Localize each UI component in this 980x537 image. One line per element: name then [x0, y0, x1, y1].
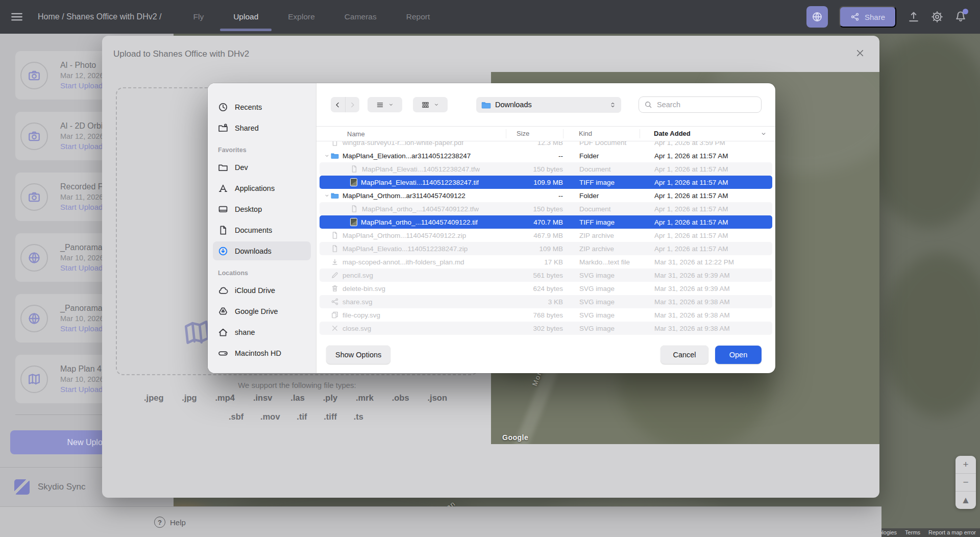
file-date-added: Apr 1, 2026 at 11:57 AM [644, 232, 760, 239]
file-row[interactable]: delete-bin.svg624 bytesSVG imageMar 31, … [320, 282, 772, 295]
notifications-button[interactable] [954, 10, 967, 24]
start-upload-link[interactable]: Start Upload [60, 324, 107, 333]
file-types-row-1: .jpeg.jpg.mp4.insv.las.ply.mrk.obs.json [144, 393, 447, 403]
tab-report[interactable]: Report [406, 12, 430, 21]
brand-label: Skydio Sync [38, 482, 86, 492]
file-size: 470.7 MB [510, 218, 567, 226]
disclosure-cell[interactable] [323, 193, 331, 199]
open-button[interactable]: Open [715, 346, 762, 364]
start-upload-link[interactable]: Start Upload [60, 385, 106, 394]
finder-main: Downloads Name Size Kind Date Added wing… [316, 83, 775, 373]
tab-upload[interactable]: Upload [233, 12, 258, 21]
nav-actions: Share [806, 6, 980, 28]
start-upload-link[interactable]: Start Upload [60, 142, 106, 151]
close-icon[interactable] [855, 48, 865, 58]
file-row[interactable]: MapPlan4_Elevati...140512238247.tfw150 b… [320, 162, 772, 176]
help-label: Help [170, 518, 186, 527]
report-map-error-link[interactable]: Report a map error [928, 528, 976, 537]
shared-folder-icon [218, 123, 228, 133]
file-date-added: Mar 31, 2026 at 12:22 PM [644, 258, 760, 266]
file-date-added: Apr 1, 2026 at 11:57 AM [644, 179, 760, 186]
compass-button[interactable]: ▲ [955, 491, 976, 509]
sidebar-item-icloud-drive[interactable]: iCloud Drive [213, 281, 311, 300]
sidebar-item-documents[interactable]: Documents [213, 221, 311, 239]
upload-tray-icon[interactable] [908, 11, 920, 23]
file-row[interactable]: wingtra-survey01-r...ion-white-paper.pdf… [320, 141, 772, 149]
forward-button[interactable] [345, 97, 360, 112]
file-row[interactable]: MapPlan4_ortho_...140457409122.tfw150 by… [320, 202, 772, 215]
sidebar-item-label: iCloud Drive [235, 286, 275, 295]
hamburger-menu-icon[interactable] [10, 10, 23, 23]
file-row[interactable]: MapPlan4_Orthom...1140457409122.zip467.9… [320, 229, 772, 242]
sidebar-item-recents[interactable]: Recents [213, 97, 311, 116]
search-input[interactable] [656, 100, 756, 109]
zoom-out-button[interactable]: − [955, 473, 976, 491]
disclosure-cell[interactable] [323, 153, 331, 159]
file-row[interactable]: MapPlan4_Elevatio...1140512238247.zip109… [320, 242, 772, 255]
file-size: 12.3 MB [510, 141, 567, 147]
show-options-button[interactable]: Show Options [326, 346, 390, 364]
file-name: MapPlan4_Orthom...ar31140457409122 [342, 192, 465, 200]
tab-explore[interactable]: Explore [288, 12, 315, 21]
camera-icon [28, 130, 41, 143]
gear-icon[interactable] [931, 11, 943, 23]
cancel-button[interactable]: Cancel [660, 346, 708, 364]
file-date-added: Mar 31, 2026 at 9:38 AM [644, 311, 760, 319]
back-button[interactable] [331, 97, 345, 112]
history-buttons [331, 97, 359, 112]
file-row[interactable]: close.svg302 bytesSVG imageMar 31, 2026 … [320, 322, 772, 335]
start-upload-link[interactable]: Start Upload [60, 203, 105, 211]
close-x-icon [331, 324, 339, 332]
sidebar-item-desktop[interactable]: Desktop [213, 200, 311, 218]
tab-cameras[interactable]: Cameras [345, 12, 377, 21]
column-date-added[interactable]: Date Added [640, 129, 756, 138]
sidebar-item-shane[interactable]: shane [213, 323, 311, 341]
column-kind[interactable]: Kind [563, 129, 640, 138]
file-row[interactable]: MapPlan4_Orthom...ar31140457409122--Fold… [320, 189, 772, 202]
sidebar-item-dev[interactable]: Dev [213, 158, 311, 177]
file-type-label: .las [290, 393, 305, 403]
file-name: wingtra-survey01-r...ion-white-paper.pdf [342, 141, 463, 147]
sidebar-item-applications[interactable]: Applications [213, 179, 311, 198]
column-name[interactable]: Name [333, 130, 506, 138]
file-row[interactable]: pencil.svg561 bytesSVG imageMar 31, 2026… [320, 268, 772, 282]
group-view-button[interactable] [413, 97, 448, 112]
location-select[interactable]: Downloads [476, 97, 621, 113]
start-upload-link[interactable]: Start Upload [60, 263, 107, 272]
file-kind: SVG image [567, 285, 644, 292]
file-row[interactable]: MapPlan4_ortho_...1140457409122.tif470.7… [320, 215, 772, 229]
file-types-row-2: .sbf.mov.tif.tiff.ts [229, 412, 363, 422]
file-kind: Folder [567, 192, 644, 200]
folder-blue-icon [331, 191, 339, 200]
globe-button[interactable] [806, 6, 828, 28]
chevron-down-icon[interactable] [756, 131, 771, 137]
share-button[interactable]: Share [839, 6, 896, 28]
flight-card-icon-circle [20, 183, 48, 211]
help-button[interactable]: ? Help [154, 517, 186, 528]
terms-link[interactable]: Terms [905, 528, 920, 537]
start-upload-link[interactable]: Start Upload [60, 81, 106, 90]
folder-blue-icon [481, 100, 491, 110]
modal-title: Upload to Shanes Office with DHv2 [113, 49, 249, 59]
zoom-in-button[interactable]: + [955, 456, 976, 473]
file-row[interactable]: MapPlan4_Elevati...1140512238247.tif109.… [320, 176, 772, 189]
nav-tabs: FlyUploadExploreCamerasReport [193, 12, 430, 21]
flight-card-title: Map Plan 4 [60, 364, 106, 374]
breadcrumb[interactable]: Home / Shanes Office with DHv2 / [38, 12, 161, 21]
file-row[interactable]: map-scoped-annot...ith-folders_plan.md17… [320, 255, 772, 268]
file-row[interactable]: share.svg3 KBSVG imageMar 31, 2026 at 9:… [320, 295, 772, 308]
file-size: 467.9 MB [510, 232, 567, 239]
sidebar-item-shared[interactable]: Shared [213, 118, 311, 137]
file-kind: ZIP archive [567, 245, 644, 253]
page-bottom-bar: ? Help [0, 506, 881, 537]
column-size[interactable]: Size [506, 129, 563, 138]
file-size: 17 KB [510, 258, 567, 266]
file-row[interactable]: file-copy.svg768 bytesSVG imageMar 31, 2… [320, 308, 772, 322]
file-name-cell: delete-bin.svg [331, 284, 510, 292]
sidebar-item-google-drive[interactable]: Google Drive [213, 302, 311, 321]
list-view-button[interactable] [368, 97, 402, 112]
tab-fly[interactable]: Fly [193, 12, 204, 21]
sidebar-item-downloads[interactable]: Downloads [213, 241, 311, 260]
sidebar-item-macintosh-hd[interactable]: Macintosh HD [213, 344, 311, 362]
file-row[interactable]: MapPlan4_Elevation...ar31140512238247--F… [320, 149, 772, 162]
